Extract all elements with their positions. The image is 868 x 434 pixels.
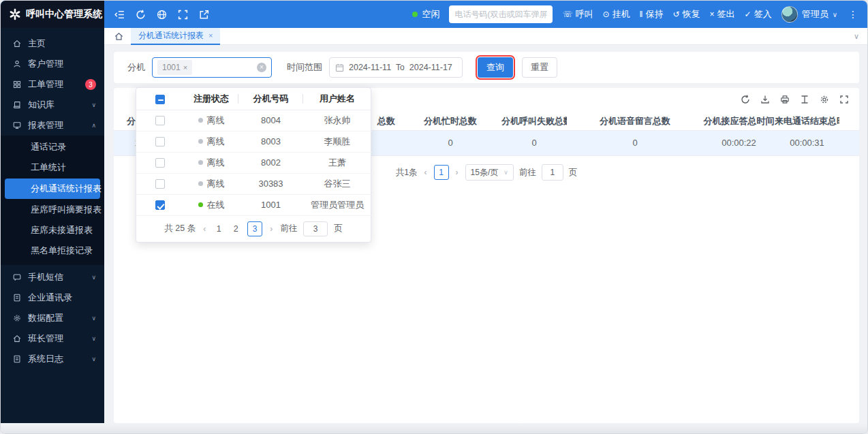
remove-tag-icon[interactable]: × bbox=[183, 63, 187, 72]
sign-out-button[interactable]: ×签出 bbox=[710, 8, 735, 20]
sidebar-item-customers[interactable]: 客户管理 bbox=[1, 54, 104, 74]
cell-answer-time: 00:00:22 bbox=[703, 130, 775, 155]
sidebar-item-knowledge-base[interactable]: 知识库 ∨ bbox=[1, 95, 104, 115]
user-menu[interactable]: 管理员 ∨ bbox=[781, 6, 837, 22]
dropdown-row[interactable]: 在线 1001 管理员管理员 bbox=[136, 194, 371, 215]
sidebar-item-system-logs[interactable]: 系统日志 ∨ bbox=[1, 349, 104, 369]
dropdown-pagination: 共 25 条 ‹ 1 2 3 › 前往 页 bbox=[136, 216, 371, 242]
dd-goto-page-input[interactable] bbox=[303, 221, 328, 236]
offline-dot-icon bbox=[198, 181, 203, 186]
dd-next-page-icon[interactable]: › bbox=[268, 224, 274, 234]
close-tab-icon[interactable]: × bbox=[208, 31, 213, 40]
expand-fullscreen-icon[interactable] bbox=[839, 94, 850, 105]
sidebar-item-reports[interactable]: 报表管理 ∧ bbox=[1, 115, 104, 136]
col-answer-time-total[interactable]: 分机接应答总时间 bbox=[703, 112, 775, 130]
more-menu-icon[interactable]: ⋮ bbox=[847, 9, 859, 20]
submenu-item-extension-call-report[interactable]: 分机通话统计报表 bbox=[5, 179, 100, 199]
download-icon[interactable] bbox=[760, 94, 771, 105]
document-icon bbox=[12, 354, 22, 364]
date-start-value[interactable]: 2024-11-11 bbox=[349, 63, 391, 72]
language-globe-icon[interactable] bbox=[156, 9, 168, 20]
page-size-select[interactable]: 15条/页 ∨ bbox=[465, 164, 514, 181]
reset-button[interactable]: 重置 bbox=[522, 57, 557, 78]
sidebar-item-supervisor[interactable]: 班长管理 ∨ bbox=[1, 328, 104, 349]
collapse-menu-icon[interactable] bbox=[114, 9, 125, 20]
dd-prev-page-icon[interactable]: ‹ bbox=[202, 224, 207, 234]
tab-extension-call-report[interactable]: 分机通话统计报表 × bbox=[131, 28, 220, 45]
next-page-icon[interactable]: › bbox=[454, 168, 460, 177]
dd-page-1[interactable]: 1 bbox=[213, 224, 224, 234]
dd-col-status: 注册状态 bbox=[184, 88, 238, 110]
chevron-down-icon: ∨ bbox=[91, 315, 96, 322]
dropdown-row[interactable]: 离线 30383 谷张三 bbox=[136, 173, 371, 194]
sidebar-item-sms[interactable]: 手机短信 ∨ bbox=[1, 267, 104, 288]
sidebar-item-home[interactable]: 主页 bbox=[1, 33, 104, 54]
refresh-table-icon[interactable] bbox=[740, 94, 751, 105]
sidebar-item-data-config[interactable]: 数据配置 ∨ bbox=[1, 308, 104, 328]
dd-page-3-active[interactable]: 3 bbox=[247, 221, 262, 236]
dd-goto-label: 前往 bbox=[280, 223, 297, 234]
clear-select-icon[interactable]: × bbox=[257, 63, 266, 72]
dropdown-row[interactable]: 离线 8003 李顺胜 bbox=[136, 131, 371, 152]
hold-button[interactable]: ‖保持 bbox=[640, 8, 664, 20]
home-icon bbox=[12, 39, 22, 48]
brand-logo: 呼叫中心管理系统 bbox=[1, 1, 104, 28]
print-icon[interactable] bbox=[779, 94, 790, 105]
resume-button[interactable]: ↺恢复 bbox=[673, 8, 700, 20]
col-failed-total[interactable]: 分机呼叫失败总数 bbox=[501, 112, 567, 130]
calendar-icon bbox=[335, 63, 344, 72]
submenu-item-call-records[interactable]: 通话记录 bbox=[1, 137, 104, 157]
col-call-end-time-total[interactable]: 来电通话结束总时间 bbox=[775, 112, 839, 130]
column-settings-icon[interactable] bbox=[819, 94, 830, 105]
row-checkbox[interactable] bbox=[155, 137, 165, 146]
dropdown-row[interactable]: 离线 8004 张永帅 bbox=[136, 110, 371, 131]
status-dot-icon bbox=[412, 12, 418, 17]
dropdown-row[interactable]: 离线 8002 王萧 bbox=[136, 152, 371, 173]
cell-busy: 0 bbox=[399, 130, 501, 155]
extension-filter-label: 分机 bbox=[127, 61, 145, 74]
fullscreen-icon[interactable] bbox=[177, 9, 189, 20]
select-all-checkbox[interactable] bbox=[155, 95, 165, 104]
col-busy-total[interactable]: 分机忙时总数 bbox=[399, 112, 501, 130]
topbar-right: 空闲 ☏呼叫 ⊙挂机 ‖保持 ↺恢复 ×签出 ✓签入 管理员 ∨ ⋮ bbox=[412, 5, 867, 23]
user-icon bbox=[12, 59, 22, 69]
offline-dot-icon bbox=[198, 118, 203, 123]
col-voicemail-total[interactable]: 分机语音留言总数 bbox=[567, 112, 703, 130]
row-checkbox-checked[interactable] bbox=[155, 200, 165, 210]
external-link-icon[interactable] bbox=[198, 9, 210, 20]
row-checkbox[interactable] bbox=[155, 179, 165, 189]
row-height-icon[interactable] bbox=[799, 94, 810, 105]
sign-in-button[interactable]: ✓签入 bbox=[745, 8, 772, 20]
submenu-item-blacklist-rejections[interactable]: 黑名单拒接记录 bbox=[1, 241, 104, 261]
search-button[interactable]: 查询 bbox=[478, 57, 513, 78]
refresh-icon[interactable] bbox=[135, 9, 146, 20]
hangup-button[interactable]: ⊙挂机 bbox=[603, 8, 630, 20]
goto-page-input[interactable] bbox=[542, 164, 563, 181]
date-end-value[interactable]: 2024-11-17 bbox=[409, 63, 452, 72]
sidebar-item-directory[interactable]: 企业通讯录 bbox=[1, 288, 104, 308]
call-icon: ☏ bbox=[562, 10, 572, 19]
dd-col-name: 用户姓名 bbox=[303, 88, 371, 110]
agent-status-label: 空闲 bbox=[422, 8, 439, 20]
row-checkbox[interactable] bbox=[155, 116, 165, 125]
date-range-picker[interactable]: 2024-11-11 To 2024-11-17 bbox=[329, 57, 463, 78]
extension-select[interactable]: 1001 × × bbox=[152, 57, 272, 78]
row-checkbox[interactable] bbox=[155, 158, 165, 168]
prev-page-icon[interactable]: ‹ bbox=[423, 168, 429, 177]
page-1-button[interactable]: 1 bbox=[434, 165, 449, 180]
home-tab-icon[interactable] bbox=[114, 31, 124, 42]
dd-total-count: 共 25 条 bbox=[164, 223, 196, 234]
submenu-item-agent-missed-calls[interactable]: 座席未接通报表 bbox=[1, 220, 104, 241]
submenu-item-agent-call-summary[interactable]: 座席呼叫摘要报表 bbox=[1, 200, 104, 220]
total-count: 共1条 bbox=[396, 167, 418, 179]
submenu-item-ticket-stats[interactable]: 工单统计 bbox=[1, 157, 104, 178]
dd-page-2[interactable]: 2 bbox=[230, 224, 241, 234]
cell-failed: 0 bbox=[501, 130, 567, 155]
online-dot-icon bbox=[198, 202, 203, 207]
tab-list-chevron-icon[interactable]: ∨ bbox=[854, 32, 859, 41]
sidebar-item-tickets[interactable]: 工单管理 3 bbox=[1, 74, 104, 95]
document-icon bbox=[12, 293, 22, 303]
call-button[interactable]: ☏呼叫 bbox=[562, 8, 593, 20]
phone-number-input[interactable] bbox=[449, 5, 553, 23]
sign-out-icon: × bbox=[710, 10, 715, 19]
